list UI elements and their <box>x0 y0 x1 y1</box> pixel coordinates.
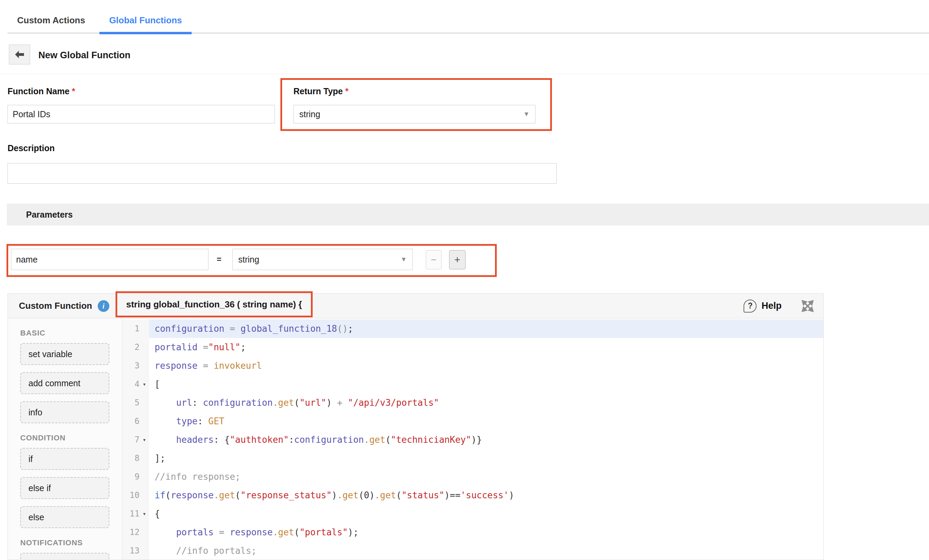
snippet-button-else-if[interactable]: else if <box>20 477 109 499</box>
function-signature-highlight-box: string global_function_36 ( string name)… <box>115 291 313 317</box>
editor-sidebar: BASICset variableadd commentinfoCONDITIO… <box>8 318 123 560</box>
line-number-gutter: 2 <box>123 338 149 357</box>
line-number-gutter: 7▾ <box>123 430 149 449</box>
snippet-button-partial[interactable] <box>20 553 109 560</box>
parameter-name-input[interactable] <box>11 249 208 270</box>
parameter-type-select[interactable]: string ▼ <box>232 249 413 270</box>
line-number-gutter: 12 <box>123 523 149 542</box>
line-number-gutter: 9 <box>123 467 149 486</box>
line-number: 7 <box>123 435 140 445</box>
add-parameter-button[interactable]: + <box>449 250 466 269</box>
equals-sign: = <box>217 249 221 270</box>
code-line-content[interactable]: { <box>149 505 823 523</box>
line-number-gutter: 3 <box>123 357 149 375</box>
back-button[interactable] <box>9 44 30 64</box>
code-line-content[interactable]: portalid ="null"; <box>149 338 823 357</box>
left-arrow-icon <box>14 50 25 59</box>
remove-parameter-button[interactable]: − <box>426 250 442 269</box>
fold-toggle-icon[interactable]: ▾ <box>140 381 149 388</box>
code-line-content[interactable]: [ <box>149 375 823 393</box>
fold-toggle-icon[interactable]: ▾ <box>140 436 149 443</box>
line-number-gutter: 8 <box>123 449 149 467</box>
line-number: 11 <box>123 509 140 519</box>
help-button[interactable]: Help <box>761 301 782 311</box>
line-number-gutter: 1 <box>123 320 149 338</box>
snippet-button-set-variable[interactable]: set variable <box>20 343 109 365</box>
code-line[interactable]: 4▾[ <box>123 375 823 393</box>
line-number-gutter: 13 <box>123 542 149 560</box>
code-line-content[interactable]: configuration = global_function_18(); <box>149 320 823 338</box>
code-line-content[interactable]: response = invokeurl <box>149 357 823 375</box>
code-line-content[interactable]: url: configuration.get("url") + "/api/v3… <box>149 393 823 412</box>
code-line-content[interactable]: if(response.get("response_status").get(0… <box>149 486 823 505</box>
code-line-content[interactable]: ]; <box>149 449 823 467</box>
fold-toggle-icon[interactable]: ▾ <box>140 510 149 517</box>
custom-function-panel: Custom Function i string global_function… <box>8 293 824 560</box>
code-line[interactable]: 8]; <box>123 449 823 467</box>
line-number-gutter: 5 <box>123 393 149 412</box>
parameters-section-header: Parameters <box>7 203 929 225</box>
custom-function-header: Custom Function i string global_function… <box>8 294 823 318</box>
function-name-label: Function Name* <box>8 86 75 96</box>
parameters-title: Parameters <box>26 210 73 220</box>
page-title: New Global Function <box>38 50 130 61</box>
function-name-input[interactable] <box>8 105 275 123</box>
fullscreen-expand-icon[interactable] <box>802 300 814 312</box>
line-number: 4 <box>123 379 140 389</box>
chevron-down-icon: ▼ <box>400 256 407 263</box>
code-line[interactable]: 11▾{ <box>123 505 823 523</box>
return-type-select[interactable]: string ▼ <box>293 105 535 123</box>
tab-custom-actions[interactable]: Custom Actions <box>8 15 95 32</box>
code-line-content[interactable]: //info response; <box>149 467 823 486</box>
line-number-gutter: 10 <box>123 486 149 505</box>
code-line-content[interactable]: type: GET <box>149 412 823 430</box>
snippet-button-if[interactable]: if <box>20 448 109 470</box>
code-line[interactable]: 12 portals = response.get("portals"); <box>123 523 823 542</box>
line-number: 12 <box>123 528 140 537</box>
code-line-content[interactable]: portals = response.get("portals"); <box>149 523 823 542</box>
sidebar-section-label: NOTIFICATIONS <box>20 539 122 547</box>
snippet-button-add-comment[interactable]: add comment <box>20 372 109 394</box>
code-line[interactable]: 5 url: configuration.get("url") + "/api/… <box>123 393 823 412</box>
description-input[interactable] <box>8 163 557 184</box>
line-number: 2 <box>123 343 140 352</box>
code-line[interactable]: 2portalid ="null"; <box>123 338 823 357</box>
code-line[interactable]: 1configuration = global_function_18(); <box>123 320 823 338</box>
line-number: 8 <box>123 453 140 463</box>
snippet-button-else[interactable]: else <box>20 506 109 528</box>
line-number: 13 <box>123 546 140 555</box>
line-number: 10 <box>123 490 140 500</box>
code-line[interactable]: 10if(response.get("response_status").get… <box>123 486 823 505</box>
help-icon[interactable]: ? <box>744 300 757 312</box>
function-signature: string global_function_36 ( string name)… <box>126 299 302 310</box>
chevron-down-icon: ▼ <box>523 110 530 118</box>
tab-global-functions[interactable]: Global Functions <box>100 15 191 32</box>
code-line[interactable]: 13 //info portals; <box>123 542 823 560</box>
sidebar-section-label: BASIC <box>20 329 122 338</box>
tab-bar: Custom Actions Global Functions <box>8 15 929 34</box>
info-icon[interactable]: i <box>98 300 109 312</box>
code-line[interactable]: 9//info response; <box>123 467 823 486</box>
parameter-type-value: string <box>238 255 259 265</box>
sidebar-section-label: CONDITION <box>20 433 122 442</box>
code-line-content[interactable]: //info portals; <box>149 542 823 560</box>
code-line[interactable]: 6 type: GET <box>123 412 823 430</box>
line-number: 3 <box>123 361 140 370</box>
description-label: Description <box>8 143 55 153</box>
required-asterisk: * <box>345 86 349 96</box>
code-line[interactable]: 7▾ headers: {"authtoken":configuration.g… <box>123 430 823 449</box>
custom-function-title: Custom Function <box>19 301 92 311</box>
snippet-button-info[interactable]: info <box>20 401 109 423</box>
code-line[interactable]: 3response = invokeurl <box>123 357 823 375</box>
line-number: 1 <box>123 324 140 334</box>
code-editor[interactable]: 1configuration = global_function_18();2p… <box>123 318 823 560</box>
line-number: 5 <box>123 398 140 407</box>
return-type-value: string <box>299 109 320 119</box>
header-actions: ? Help <box>744 294 814 318</box>
line-number: 9 <box>123 472 140 482</box>
code-line-content[interactable]: headers: {"authtoken":configuration.get(… <box>149 430 823 449</box>
line-number: 6 <box>123 416 140 426</box>
line-number-gutter: 11▾ <box>123 505 149 523</box>
page: Custom Actions Global Functions New Glob… <box>0 0 929 560</box>
required-asterisk: * <box>72 86 75 96</box>
